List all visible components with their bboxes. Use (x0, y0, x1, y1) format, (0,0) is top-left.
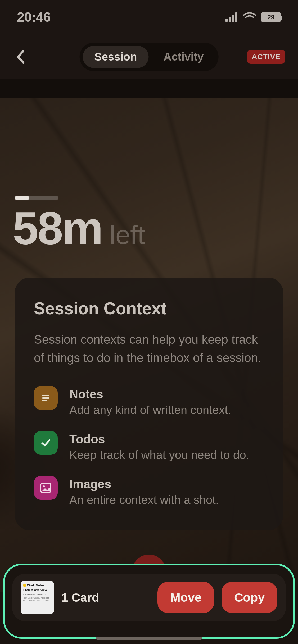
svg-rect-2 (232, 15, 234, 22)
svg-rect-3 (235, 12, 237, 22)
feature-images-subtitle: An entire context with a shot. (69, 493, 264, 507)
move-button[interactable]: Move (157, 582, 214, 613)
session-context-card: Session Context Session contexts can hel… (15, 278, 283, 530)
feature-notes-title: Notes (69, 387, 264, 401)
feature-images-title: Images (69, 477, 264, 491)
svg-rect-4 (42, 395, 49, 396)
svg-rect-1 (229, 17, 231, 22)
status-time: 20:46 (17, 10, 51, 25)
check-icon (34, 431, 58, 455)
svg-rect-6 (42, 400, 47, 401)
cellular-icon (225, 12, 238, 22)
thumb-line3: Project Name: Startup X (23, 593, 51, 596)
session-progress-fill (15, 196, 29, 200)
timer-label: left (110, 222, 145, 248)
image-icon (34, 476, 58, 500)
main-area: 58m left Session Context Session context… (0, 98, 298, 592)
copy-button[interactable]: Copy (222, 582, 277, 613)
card-thumbnail[interactable]: Work Notes Project Overview Project Name… (21, 581, 54, 614)
feature-todos[interactable]: Todos Keep track of what you need to do. (34, 431, 264, 462)
svg-rect-0 (225, 19, 228, 22)
selection-bar: Work Notes Project Overview Project Name… (12, 574, 286, 621)
session-timer: 58m left (13, 205, 145, 251)
context-title: Session Context (34, 299, 264, 318)
battery-icon: 29 (261, 12, 281, 22)
svg-rect-5 (42, 397, 49, 399)
context-description: Session contexts can help you keep track… (34, 330, 264, 367)
home-indicator[interactable] (96, 637, 202, 640)
status-bar: 20:46 29 (0, 0, 298, 34)
back-button[interactable] (13, 49, 29, 65)
session-progress (15, 196, 58, 200)
tab-activity[interactable]: Activity (152, 46, 215, 68)
thumb-line2: Project Overview (23, 588, 51, 592)
feature-notes[interactable]: Notes Add any kind of written context. (34, 386, 264, 417)
active-badge: ACTIVE (247, 50, 285, 64)
chevron-left-icon (16, 49, 25, 64)
thumb-line1: Work Notes (23, 583, 51, 587)
feature-notes-subtitle: Add any kind of written context. (69, 403, 264, 417)
subheader-peek (0, 79, 298, 98)
feature-todos-title: Todos (69, 432, 264, 446)
header: Session Activity ACTIVE (0, 34, 298, 79)
thumb-line4: Tech Stack: Golang, Typescript, gRPC, Go… (23, 597, 51, 601)
selection-panel: Work Notes Project Overview Project Name… (3, 564, 295, 639)
feature-todos-subtitle: Keep track of what you need to do. (69, 448, 264, 462)
wifi-icon (243, 12, 256, 22)
selection-count: 1 Card (61, 590, 150, 605)
status-right: 29 (225, 12, 281, 22)
timer-value: 58m (13, 205, 102, 251)
notes-icon (34, 386, 58, 410)
tab-session[interactable]: Session (83, 46, 149, 68)
battery-percent: 29 (262, 13, 280, 22)
feature-images[interactable]: Images An entire context with a shot. (34, 476, 264, 507)
segmented-control: Session Activity (80, 43, 219, 71)
svg-point-8 (43, 485, 45, 487)
